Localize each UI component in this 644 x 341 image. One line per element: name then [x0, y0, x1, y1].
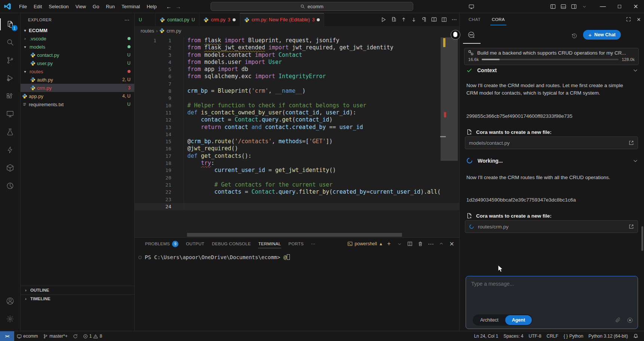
git-branch-status[interactable]: master*+: [40, 331, 70, 341]
code-line-24[interactable]: 24: [135, 203, 459, 210]
indentation[interactable]: Spaces: 4: [501, 331, 526, 341]
open-preview-icon[interactable]: [429, 13, 439, 26]
chevron-down-icon[interactable]: [633, 158, 638, 163]
user-avatar[interactable]: [451, 30, 460, 40]
breadcrumb-file[interactable]: crm.py: [166, 28, 181, 34]
explorer-icon[interactable]: 1: [0, 15, 21, 33]
notifications-bell-icon[interactable]: [631, 331, 641, 341]
code-line-21[interactable]: 21 # Get contacts for the current user: [135, 181, 459, 188]
menu-run[interactable]: Run: [102, 2, 118, 11]
panel-tab-ports[interactable]: PORTS: [285, 238, 307, 250]
section-outline[interactable]: ›OUTLINE: [21, 286, 134, 294]
next-change-icon[interactable]: [409, 13, 419, 26]
open-changes-icon[interactable]: [389, 13, 399, 26]
close-panel-icon[interactable]: ✕: [447, 239, 456, 248]
code-line-10[interactable]: 10# Helper function to check if contact …: [135, 102, 459, 109]
source-control-icon[interactable]: [0, 51, 21, 69]
mode-agent[interactable]: Agent: [505, 315, 532, 325]
code-line-17[interactable]: 17def get_contacts():: [135, 153, 459, 160]
code-line-22[interactable]: 22 contacts = Contact.query.filter_by(cr…: [135, 188, 459, 196]
testing-icon[interactable]: [0, 123, 21, 141]
tree-item-auth-py[interactable]: auth.py2, U: [21, 76, 134, 84]
panel-tab-problems[interactable]: PROBLEMS9: [141, 238, 182, 250]
extensions-icon[interactable]: [0, 87, 21, 105]
new-chat-button[interactable]: + New Chat: [583, 30, 621, 40]
code-line-23[interactable]: 23: [135, 196, 459, 203]
run-icon[interactable]: [378, 13, 389, 26]
language-mode[interactable]: { }Python: [561, 331, 586, 341]
new-terminal-icon[interactable]: +: [384, 239, 393, 248]
close-button[interactable]: ✕: [628, 0, 644, 13]
remote-explorer-icon[interactable]: [0, 105, 21, 123]
code-line-11[interactable]: 11def is_contact_owned_by_user(contact_i…: [135, 109, 459, 116]
chat-view-icon[interactable]: [467, 31, 475, 39]
explorer-more-actions-icon[interactable]: ⋯: [125, 17, 130, 23]
history-icon[interactable]: [571, 33, 577, 39]
code-line-2[interactable]: 2from flask_jwt_extended import jwt_requ…: [135, 44, 459, 51]
back-icon[interactable]: ←: [166, 3, 172, 10]
working-section-header[interactable]: Working...: [466, 157, 638, 164]
modified-dot-icon[interactable]: [317, 18, 320, 21]
modified-dot-icon[interactable]: [233, 18, 236, 21]
menu-view[interactable]: View: [72, 2, 89, 11]
mode-architect[interactable]: Architect: [473, 317, 505, 323]
code-line-20[interactable]: 20: [135, 174, 459, 181]
menu-go[interactable]: Go: [89, 2, 102, 11]
account-icon[interactable]: [0, 292, 21, 310]
code-line-6[interactable]: 6from sqlalchemy.exc import IntegrityErr…: [135, 73, 459, 80]
panel-tab-debug-console[interactable]: DEBUG CONSOLE: [208, 238, 254, 250]
settings-gear-icon[interactable]: [0, 310, 21, 328]
attach-icon[interactable]: [615, 317, 621, 323]
section-timeline[interactable]: ›TIMELINE: [21, 294, 134, 303]
search-sidebar-icon[interactable]: [0, 33, 21, 51]
file-card-crm[interactable]: routes/crm.py: [465, 220, 638, 233]
cursor-position[interactable]: Ln 24, Col 1: [471, 331, 501, 341]
breadcrumb[interactable]: routes › crm.py: [135, 26, 459, 35]
previous-change-icon[interactable]: [399, 13, 409, 26]
editor-tab-contact.py[interactable]: contact.pyU: [156, 13, 199, 26]
command-center-search[interactable]: ecomm: [211, 2, 413, 11]
editor-scrollbar[interactable]: [441, 37, 458, 161]
code-line-4[interactable]: 4from models.user import User: [135, 59, 459, 66]
editor-tab-crm.py: New File (Editable)[interactable]: crm.py: New File (Editable)3: [240, 13, 325, 26]
code-line-7[interactable]: 7: [135, 80, 459, 87]
toggle-secondary-sidebar-icon[interactable]: [568, 0, 579, 13]
tree-item-contact-py[interactable]: contact.pyU: [21, 51, 134, 59]
terminal-shell-item[interactable]: powershell▲: [347, 241, 383, 246]
menu-edit[interactable]: Edit: [30, 2, 45, 11]
render-whitespace-icon[interactable]: [419, 13, 429, 26]
encoding[interactable]: UTF-8: [526, 331, 544, 341]
open-file-icon[interactable]: [629, 140, 634, 145]
run-debug-icon[interactable]: [0, 69, 21, 87]
code-line-15[interactable]: 15@crm_bp.route('/contacts', methods=['G…: [135, 138, 459, 145]
terminal[interactable]: PS C:\Users\apoor\OneDrive\Documents\eco…: [135, 250, 459, 260]
tree-item-app-py[interactable]: app.py4, U: [21, 92, 134, 100]
problems-status[interactable]: 1 8: [80, 331, 105, 341]
editor-tab-u[interactable]: U: [135, 13, 156, 26]
code-line-12[interactable]: 12 contact = Contact.query.get(contact_i…: [135, 116, 459, 123]
file-card-contact[interactable]: models/contact.py: [465, 136, 638, 149]
tab-chat[interactable]: CHAT: [469, 13, 481, 25]
tab-cora[interactable]: CORA: [492, 13, 505, 25]
panel-maximize-icon[interactable]: [623, 13, 634, 26]
menu-file[interactable]: File: [16, 2, 30, 11]
panel-more-actions-icon[interactable]: ⋯: [426, 239, 435, 248]
panel-tab-output[interactable]: OUTPUT: [182, 238, 208, 250]
menu-selection[interactable]: Selection: [45, 2, 72, 11]
container-icon[interactable]: [0, 159, 21, 177]
context-section-header[interactable]: Context: [466, 67, 638, 73]
code-line-3[interactable]: 3from models.contact import Contact: [135, 52, 459, 59]
menu-help[interactable]: Help: [143, 2, 160, 11]
toggle-panel-icon[interactable]: [558, 0, 568, 13]
code-line-8[interactable]: 8crm_bp = Blueprint('crm', __name__): [135, 87, 459, 95]
toggle-sidebar-icon[interactable]: [548, 0, 558, 13]
kill-terminal-icon[interactable]: [416, 239, 425, 248]
forward-icon[interactable]: →: [175, 3, 181, 10]
editor-horizontal-scrollbar[interactable]: [187, 233, 402, 237]
remote-indicator[interactable]: ><: [0, 331, 14, 341]
tree-item--vscode[interactable]: ›.vscode: [21, 34, 134, 43]
more-actions-icon[interactable]: [449, 13, 459, 26]
panel-tab-terminal[interactable]: TERMINAL: [255, 238, 285, 250]
editor-tab-crm.py[interactable]: crm.py3: [199, 13, 240, 26]
chevron-down-icon[interactable]: [633, 68, 638, 73]
